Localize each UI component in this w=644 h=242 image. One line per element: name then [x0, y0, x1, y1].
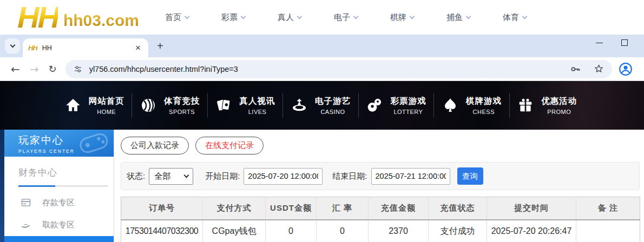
page: HH hh03.com 首页 彩票 真人 电子 棋牌	[0, 0, 644, 242]
menu-label: 首页	[165, 12, 181, 23]
cell-recharge-amount: 2370	[369, 220, 429, 242]
cell-submit-time: 2025-07-20 20:26:47	[487, 220, 576, 242]
tab-favicon-icon: HH	[28, 44, 37, 52]
chevron-down-icon	[184, 173, 189, 178]
sidebar-underline-accent	[18, 185, 55, 187]
nav-label-en: LOTTERY	[390, 109, 426, 115]
browser-tab[interactable]: HH HH ×	[23, 38, 148, 57]
spade-icon	[442, 97, 459, 114]
cell-recharge-status: 支付成功	[429, 220, 487, 242]
menu-item-lottery[interactable]: 彩票	[221, 12, 245, 23]
chevron-down-icon	[465, 14, 471, 19]
menu-item-slots[interactable]: 电子	[334, 12, 358, 23]
nav-label-zh: 彩票游戏	[390, 96, 426, 107]
table-row: 1753014407032300 CGpay钱包 0 0 2370 支付成功 2…	[121, 220, 640, 242]
col-usdt-amount: USDT金额	[266, 197, 317, 220]
window-minimize-button[interactable]	[596, 43, 603, 43]
close-tab-icon[interactable]: ×	[133, 43, 143, 53]
start-date-input[interactable]	[244, 168, 323, 185]
nav-item-promo[interactable]: 优惠活动 PROMO	[510, 96, 584, 115]
sidebar-item-label: 取款专区	[42, 220, 75, 230]
query-button[interactable]: 查询	[457, 167, 483, 185]
nav-label-zh: 网站首页	[89, 96, 124, 107]
top-menu: 首页 彩票 真人 电子 棋牌 捕鱼	[165, 12, 527, 23]
col-payment-method: 支付方式	[203, 197, 266, 220]
record-tabs: 公司入款记录 在线支付记录	[121, 137, 642, 154]
tab-company-deposit-records[interactable]: 公司入款记录	[121, 137, 189, 154]
cell-remarks	[576, 220, 640, 242]
lottery-balls-icon	[366, 97, 383, 114]
col-recharge-amount: 充值金额	[369, 197, 429, 220]
reload-button[interactable]: ↻	[49, 63, 57, 75]
menu-item-sports[interactable]: 体育	[503, 12, 527, 23]
site-info-icon[interactable]	[73, 64, 83, 74]
browser-profile-avatar[interactable]	[619, 62, 633, 76]
bookmark-star-icon[interactable]	[593, 63, 604, 75]
browser-addressbar: ← → ↻ yl756.com/hhcp/usercenter.html?ini…	[0, 57, 644, 81]
sidebar-item-withdraw[interactable]: 取款专区	[4, 218, 114, 231]
sidebar-item-recharge-records[interactable]: 充值记录 ›	[4, 236, 114, 242]
sidebar-item-deposit[interactable]: 存款专区	[4, 196, 114, 209]
menu-item-home[interactable]: 首页	[165, 12, 189, 23]
col-recharge-status: 充值状态	[429, 197, 487, 220]
col-remarks: 备 注	[576, 197, 640, 220]
content-area: 玩家中心 PLAYERS CENTER 财务中心 存款专	[0, 130, 644, 242]
sidebar-item-label: 存款专区	[42, 198, 75, 208]
sidebar-header: 玩家中心 PLAYERS CENTER	[4, 130, 114, 157]
withdraw-hand-icon	[21, 219, 31, 230]
new-tab-button[interactable]: +	[157, 40, 163, 52]
nav-item-lottery[interactable]: 彩票游戏 LOTTERY	[359, 96, 433, 115]
menu-label: 棋牌	[390, 12, 406, 23]
cell-order-number: 1753014407032300	[121, 220, 203, 242]
password-key-icon[interactable]	[569, 63, 581, 75]
tab-search-button[interactable]	[5, 38, 20, 53]
status-select-value: 全部	[154, 171, 170, 182]
sidebar-section-title: 财务中心	[18, 166, 114, 179]
status-select[interactable]: 全部	[149, 168, 193, 185]
nav-label-en: LIVES	[240, 109, 275, 115]
logo-domain: hh03.com	[63, 11, 139, 30]
menu-item-live[interactable]: 真人	[278, 12, 301, 23]
nav-item-lives[interactable]: 真人视讯 LIVES	[208, 96, 282, 115]
cell-usdt-amount: 0	[266, 220, 317, 242]
sidebar: 玩家中心 PLAYERS CENTER 财务中心 存款专	[4, 130, 114, 242]
col-exchange-rate: 汇 率	[317, 197, 369, 220]
tab-title: HH	[42, 44, 133, 52]
menu-label: 体育	[503, 12, 519, 23]
gift-icon	[517, 97, 534, 114]
menu-label: 真人	[278, 12, 294, 23]
status-label: 状态:	[127, 171, 145, 182]
menu-item-fishing[interactable]: 捕鱼	[446, 12, 470, 23]
menu-label: 彩票	[221, 12, 238, 23]
roulette-icon	[291, 97, 308, 114]
home-icon	[64, 97, 82, 114]
end-date-input[interactable]	[371, 168, 450, 185]
nav-item-casino[interactable]: 电子游艺 CASINO	[283, 96, 358, 115]
nav-item-home[interactable]: 网站首页 HOME	[57, 96, 132, 115]
col-submit-time: 提交时间	[487, 197, 576, 220]
filter-bar: 状态: 全部 开始日期: 结束日期: 查询	[121, 162, 640, 190]
nav-label-en: HOME	[89, 109, 124, 115]
chevron-down-icon	[240, 14, 246, 19]
url-text[interactable]: yl756.com/hhcp/usercenter.html?iniType=3	[89, 65, 569, 73]
chevron-down-icon	[522, 14, 527, 19]
window-controls	[596, 39, 628, 46]
game-nav: 网站首页 HOME 体育竞技 SPORTS	[0, 81, 644, 130]
menu-item-chess[interactable]: 棋牌	[390, 12, 414, 23]
back-button[interactable]: ←	[11, 63, 20, 76]
sidebar-section-underline	[18, 185, 108, 187]
tab-online-payment-records[interactable]: 在线支付记录	[195, 137, 264, 154]
nav-label-en: CASINO	[315, 109, 351, 115]
chevron-down-icon	[184, 14, 189, 19]
site-logo[interactable]: HH hh03.com	[17, 4, 139, 31]
nav-item-sports[interactable]: 体育竞技 SPORTS	[132, 96, 207, 115]
nav-label-en: PROMO	[541, 109, 577, 115]
main-panel: 公司入款记录 在线支付记录 状态: 全部 开始日期: 结束日期: 查询	[114, 130, 644, 242]
window-maximize-button[interactable]	[621, 39, 628, 46]
chevron-down-icon	[10, 43, 15, 48]
nav-label-zh: 真人视讯	[240, 96, 275, 107]
url-bar[interactable]: yl756.com/hhcp/usercenter.html?iniType=3	[65, 60, 612, 78]
playing-cards-icon	[215, 97, 233, 114]
nav-label-zh: 优惠活动	[541, 96, 577, 107]
nav-item-chess[interactable]: 棋牌游戏 CHESS	[434, 96, 509, 115]
